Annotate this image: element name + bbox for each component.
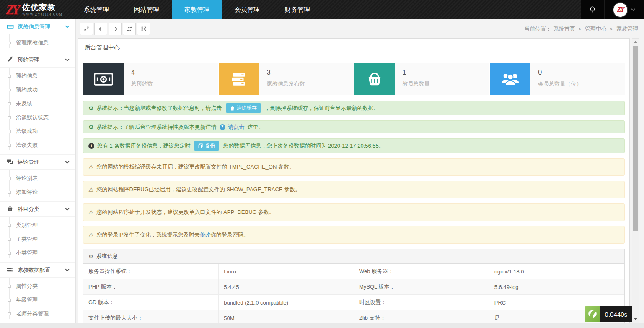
sidebar-group-subjects[interactable]: 科目分类 [0,202,75,217]
scroll-down-button[interactable] [632,316,639,323]
tab-finance[interactable]: 财务管理 [272,0,323,19]
sidebar-item-negotiation-failed[interactable]: 洽谈失败 [0,138,75,152]
arrow-right-icon [112,26,118,32]
sidebar-item-negotiation-success[interactable]: 洽谈成功 [0,124,75,138]
table-row: GD 版本： bundled (2.1.0 compatible) 时区设置： … [83,295,624,310]
sidebar-item-booking-info[interactable]: 预约信息 [0,69,75,83]
page-title: 后台管理中心 [78,39,629,57]
tab-system[interactable]: 系统管理 [71,0,122,19]
backup-button[interactable]: 备份 [194,141,219,151]
logo-title: 佐优家教 [22,3,63,12]
sidebar-group-tutor-info[interactable]: 家教信息管理 [0,19,75,34]
comments-icon [7,159,14,166]
breadcrumb-current[interactable]: 家教管理 [616,25,638,33]
user-menu[interactable]: ZY [605,0,644,19]
breadcrumb-admin-center[interactable]: 管理中心 [585,25,607,33]
sidebar-item-negotiation-default[interactable]: 洽谈默认状态 [0,110,75,124]
system-info-panel: ⚙ 系统信息 服务器操作系统： Linux Web 服务器： nginx/1.1… [83,249,625,323]
sidebar-item-category-manage[interactable]: 类别管理 [0,218,75,232]
stat-card-members: 0 会员总数量（位） [490,63,625,95]
scrollbar-thumb[interactable] [633,46,638,231]
breadcrumb-label: 当前位置： [524,25,551,33]
keyboard-icon [7,23,14,30]
sidebar-item-add-comment[interactable]: 添加评论 [0,185,75,199]
thinkphp-trace-badge[interactable]: 0.0440s [585,306,632,322]
copy-icon [198,143,203,148]
gear-icon: ⚙ [88,253,93,260]
content-panel: 后台管理中心 4 总预约数 3 家教信息发布数 [78,38,630,323]
money-icon [83,63,124,95]
fullscreen-button[interactable] [137,23,150,35]
alert-clear-cache: ⚙ 系统提示：当您新增或者修改了数据信息时，请点击 清除缓存 ，删除掉系统缓存，… [83,101,625,115]
breadcrumb-separator: ＞ [609,25,614,33]
breadcrumb: 当前位置： 系统首页 ＞ 管理中心 ＞ 家教管理 [524,25,638,33]
back-button[interactable] [94,23,107,35]
info-label: Zlib 支持： [354,310,489,323]
expand-diagonal-icon [84,26,89,31]
sidebar-sublist: 属性分类 年级管理 老师分类管理 [0,278,75,323]
stat-label: 总预约数 [131,80,210,88]
horizontal-scrollbar[interactable] [0,323,644,328]
sidebar-item-grade-manage[interactable]: 年级管理 [0,293,75,307]
elapsed-time: 0.0440s [600,306,632,322]
breadcrumb-separator: ＞ [577,25,583,33]
forward-button[interactable] [109,23,122,35]
app-logo[interactable]: ZY 佐优家教 WWW.ZYJJ114.COM [0,0,68,19]
sidebar-item-no-feedback[interactable]: 未反馈 [0,96,75,110]
sidebar-item-comment-list[interactable]: 评论别表 [0,171,75,185]
sidebar-group-comments[interactable]: 评论管理 [0,155,75,170]
tab-tutoring[interactable]: 家教管理 [172,0,222,19]
logo-subtitle: WWW.ZYJJ114.COM [22,13,63,16]
system-info-title: 系统信息 [96,253,118,260]
main-area: 当前位置： 系统首页 ＞ 管理中心 ＞ 家教管理 后台管理中心 4 总预约数 [76,19,644,323]
collapse-sidebar-button[interactable] [80,23,93,35]
tab-members[interactable]: 会员管理 [222,0,272,19]
info-value: 50M [219,310,354,323]
alert-text: 您的数据库信息，您上次备份数据的时间为 2020-12-17 20:56:55。 [223,142,384,150]
sidebar-group-label: 评论管理 [18,159,39,166]
alert-backup: i 您有 1 条数据库备份信息，建议您定时 备份 您的数据库信息，您上次备份数据… [83,138,625,153]
topbar-right: ZY [581,0,644,19]
change-password-link[interactable]: 修改 [200,231,211,239]
notifications-button[interactable] [581,0,605,19]
info-label: 时区设置： [354,295,489,310]
chevron-down-icon [65,208,70,211]
stat-value: 3 [267,69,346,76]
tab-website[interactable]: 网站管理 [122,0,172,19]
table-row: 文件上传的最大大小： 50M Zlib 支持： 是 [83,310,624,323]
info-label: GD 版本： [83,295,219,310]
sidebar-item-manage-tutor-info[interactable]: 管理家教信息 [0,36,75,49]
sidebar-item-attribute-category[interactable]: 属性分类 [0,279,75,293]
sidebar-item-subcategory-manage[interactable]: 子类管理 [0,232,75,246]
avatar: ZY [613,3,627,17]
refresh-button[interactable] [123,23,136,35]
alert-text: 您的网站程序DEBUG已经启用，建议更改配置文件的 SHOW_PAGE_TRAC… [97,186,301,193]
triangle-down-icon [634,318,637,320]
alert-app-debug: ⚠ 您的网站程序处于开发状态，建议更改单入口文件的 APP_DEBUG 参数。 [83,203,625,221]
version-details-link[interactable]: 请点击 [228,123,245,131]
sidebar-group-label: 家教信息管理 [18,23,50,31]
breadcrumb-home[interactable]: 系统首页 [553,25,575,33]
server-icon [219,63,259,95]
sidebar-item-booking-success[interactable]: 预约成功 [0,83,75,96]
chevron-down-icon [65,268,70,271]
scroll-up-button[interactable] [632,39,639,45]
info-value: 5.6.49-log [489,279,624,295]
stat-card-teachers: 1 教员总数量 [354,63,489,95]
sidebar-group-booking[interactable]: 预约管理 [0,52,75,68]
vertical-scrollbar[interactable] [632,38,639,323]
sidebar-group-data-config[interactable]: 家教数据配置 [0,263,75,278]
stat-label: 会员总数量（位） [538,80,617,88]
stat-body: 3 家教信息发布数 [259,63,354,95]
refresh-icon [127,26,132,32]
clear-cache-button[interactable]: 清除缓存 [226,103,261,113]
sidebar-sublist: 预约信息 预约成功 未反馈 洽谈默认状态 洽谈成功 洽谈失败 [0,68,75,155]
sidebar-item-smallcategory-manage[interactable]: 小类管理 [0,246,75,260]
sidebar-group-label: 预约管理 [18,56,39,64]
sidebar-item-teacher-category[interactable]: 老师分类管理 [0,307,75,320]
hdd-icon [7,266,14,273]
question-circle-icon: ? [220,124,225,130]
gear-icon: ⚙ [88,124,94,130]
top-nav: 系统管理 网站管理 家教管理 会员管理 财务管理 [71,0,323,19]
chevron-down-icon [631,8,635,11]
